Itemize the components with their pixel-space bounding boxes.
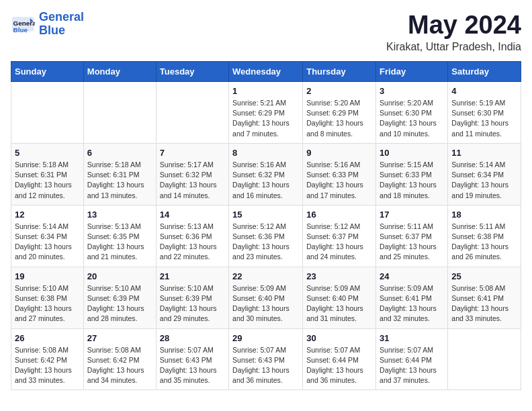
day-info: Sunrise: 5:13 AMSunset: 6:36 PMDaylight:…: [160, 222, 225, 263]
day-number: 15: [232, 210, 299, 220]
logo-icon: General Blue: [11, 12, 35, 36]
day-info: Sunrise: 5:11 AMSunset: 6:37 PMDaylight:…: [380, 222, 444, 263]
day-cell: 9Sunrise: 5:16 AMSunset: 6:33 PMDaylight…: [303, 143, 376, 205]
day-cell: 10Sunrise: 5:15 AMSunset: 6:33 PMDayligh…: [376, 143, 448, 205]
week-row-2: 5Sunrise: 5:18 AMSunset: 6:31 PMDaylight…: [11, 143, 521, 205]
day-info: Sunrise: 5:11 AMSunset: 6:38 PMDaylight:…: [451, 222, 517, 263]
day-number: 18: [451, 210, 517, 220]
day-number: 10: [380, 148, 444, 158]
day-info: Sunrise: 5:20 AMSunset: 6:29 PMDaylight:…: [306, 98, 372, 139]
day-cell: 25Sunrise: 5:08 AMSunset: 6:41 PMDayligh…: [448, 267, 521, 328]
day-info: Sunrise: 5:09 AMSunset: 6:41 PMDaylight:…: [380, 283, 444, 324]
page-header: General Blue General Blue May 2024 Kirak…: [11, 11, 521, 53]
day-cell: 31Sunrise: 5:07 AMSunset: 6:44 PMDayligh…: [376, 328, 448, 390]
day-info: Sunrise: 5:10 AMSunset: 6:39 PMDaylight:…: [160, 283, 225, 324]
day-number: 9: [306, 148, 372, 158]
day-number: 11: [451, 148, 517, 158]
day-cell: [156, 82, 228, 144]
day-number: 24: [380, 271, 444, 281]
day-cell: 13Sunrise: 5:13 AMSunset: 6:35 PMDayligh…: [83, 205, 156, 267]
day-cell: 23Sunrise: 5:09 AMSunset: 6:40 PMDayligh…: [303, 267, 376, 328]
day-number: 27: [87, 333, 152, 343]
day-cell: 28Sunrise: 5:07 AMSunset: 6:43 PMDayligh…: [156, 328, 228, 390]
day-info: Sunrise: 5:12 AMSunset: 6:36 PMDaylight:…: [232, 222, 299, 263]
logo-text: General Blue: [39, 11, 84, 38]
day-info: Sunrise: 5:10 AMSunset: 6:39 PMDaylight:…: [87, 283, 152, 324]
day-info: Sunrise: 5:09 AMSunset: 6:40 PMDaylight:…: [232, 283, 299, 324]
day-cell: 15Sunrise: 5:12 AMSunset: 6:36 PMDayligh…: [229, 205, 303, 267]
day-cell: 3Sunrise: 5:20 AMSunset: 6:30 PMDaylight…: [376, 82, 448, 144]
day-info: Sunrise: 5:19 AMSunset: 6:30 PMDaylight:…: [451, 98, 517, 139]
subtitle: Kirakat, Uttar Pradesh, India: [386, 41, 521, 53]
svg-text:Blue: Blue: [13, 26, 28, 33]
calendar-table: SundayMondayTuesdayWednesdayThursdayFrid…: [11, 61, 521, 390]
day-number: 31: [380, 333, 444, 343]
day-info: Sunrise: 5:08 AMSunset: 6:42 PMDaylight:…: [87, 345, 152, 386]
day-cell: 29Sunrise: 5:07 AMSunset: 6:43 PMDayligh…: [229, 328, 303, 390]
header-sunday: Sunday: [11, 62, 84, 82]
header-monday: Monday: [83, 62, 156, 82]
title-section: May 2024 Kirakat, Uttar Pradesh, India: [386, 11, 521, 53]
day-info: Sunrise: 5:16 AMSunset: 6:32 PMDaylight:…: [232, 160, 299, 201]
main-title: May 2024: [386, 11, 521, 40]
day-number: 8: [232, 148, 299, 158]
day-number: 29: [232, 333, 299, 343]
day-cell: 14Sunrise: 5:13 AMSunset: 6:36 PMDayligh…: [156, 205, 228, 267]
day-info: Sunrise: 5:16 AMSunset: 6:33 PMDaylight:…: [306, 160, 372, 201]
day-number: 12: [15, 210, 80, 220]
day-cell: 6Sunrise: 5:18 AMSunset: 6:31 PMDaylight…: [83, 143, 156, 205]
day-number: 14: [160, 210, 225, 220]
day-number: 19: [15, 271, 80, 281]
header-wednesday: Wednesday: [229, 62, 303, 82]
day-number: 22: [232, 271, 299, 281]
day-cell: 4Sunrise: 5:19 AMSunset: 6:30 PMDaylight…: [448, 82, 521, 144]
day-info: Sunrise: 5:18 AMSunset: 6:31 PMDaylight:…: [15, 160, 80, 201]
day-info: Sunrise: 5:12 AMSunset: 6:37 PMDaylight:…: [306, 222, 372, 263]
header-row: SundayMondayTuesdayWednesdayThursdayFrid…: [11, 62, 521, 82]
day-number: 23: [306, 271, 372, 281]
header-tuesday: Tuesday: [156, 62, 228, 82]
day-cell: 24Sunrise: 5:09 AMSunset: 6:41 PMDayligh…: [376, 267, 448, 328]
day-number: 5: [15, 148, 80, 158]
day-info: Sunrise: 5:15 AMSunset: 6:33 PMDaylight:…: [380, 160, 444, 201]
day-cell: 7Sunrise: 5:17 AMSunset: 6:32 PMDaylight…: [156, 143, 228, 205]
day-cell: 12Sunrise: 5:14 AMSunset: 6:34 PMDayligh…: [11, 205, 84, 267]
header-friday: Friday: [376, 62, 448, 82]
day-number: 21: [160, 271, 225, 281]
day-number: 2: [306, 86, 372, 96]
day-cell: 30Sunrise: 5:07 AMSunset: 6:44 PMDayligh…: [303, 328, 376, 390]
day-cell: [11, 82, 84, 144]
day-number: 3: [380, 86, 444, 96]
day-info: Sunrise: 5:20 AMSunset: 6:30 PMDaylight:…: [380, 98, 444, 139]
day-cell: 11Sunrise: 5:14 AMSunset: 6:34 PMDayligh…: [448, 143, 521, 205]
day-cell: [448, 328, 521, 390]
day-info: Sunrise: 5:07 AMSunset: 6:43 PMDaylight:…: [232, 345, 299, 386]
day-info: Sunrise: 5:14 AMSunset: 6:34 PMDaylight:…: [451, 160, 517, 201]
day-info: Sunrise: 5:07 AMSunset: 6:44 PMDaylight:…: [380, 345, 444, 386]
day-cell: 2Sunrise: 5:20 AMSunset: 6:29 PMDaylight…: [303, 82, 376, 144]
day-cell: 5Sunrise: 5:18 AMSunset: 6:31 PMDaylight…: [11, 143, 84, 205]
day-info: Sunrise: 5:14 AMSunset: 6:34 PMDaylight:…: [15, 222, 80, 263]
day-number: 1: [232, 86, 299, 96]
day-info: Sunrise: 5:17 AMSunset: 6:32 PMDaylight:…: [160, 160, 225, 201]
day-cell: 19Sunrise: 5:10 AMSunset: 6:38 PMDayligh…: [11, 267, 84, 328]
day-info: Sunrise: 5:10 AMSunset: 6:38 PMDaylight:…: [15, 283, 80, 324]
day-info: Sunrise: 5:13 AMSunset: 6:35 PMDaylight:…: [87, 222, 152, 263]
day-cell: 26Sunrise: 5:08 AMSunset: 6:42 PMDayligh…: [11, 328, 84, 390]
week-row-3: 12Sunrise: 5:14 AMSunset: 6:34 PMDayligh…: [11, 205, 521, 267]
week-row-1: 1Sunrise: 5:21 AMSunset: 6:29 PMDaylight…: [11, 82, 521, 144]
day-number: 16: [306, 210, 372, 220]
day-number: 6: [87, 148, 152, 158]
day-cell: 27Sunrise: 5:08 AMSunset: 6:42 PMDayligh…: [83, 328, 156, 390]
day-cell: 21Sunrise: 5:10 AMSunset: 6:39 PMDayligh…: [156, 267, 228, 328]
day-number: 28: [160, 333, 225, 343]
header-saturday: Saturday: [448, 62, 521, 82]
day-number: 13: [87, 210, 152, 220]
day-number: 20: [87, 271, 152, 281]
day-number: 25: [451, 271, 517, 281]
week-row-5: 26Sunrise: 5:08 AMSunset: 6:42 PMDayligh…: [11, 328, 521, 390]
day-cell: 1Sunrise: 5:21 AMSunset: 6:29 PMDaylight…: [229, 82, 303, 144]
week-row-4: 19Sunrise: 5:10 AMSunset: 6:38 PMDayligh…: [11, 267, 521, 328]
day-number: 30: [306, 333, 372, 343]
day-cell: 22Sunrise: 5:09 AMSunset: 6:40 PMDayligh…: [229, 267, 303, 328]
